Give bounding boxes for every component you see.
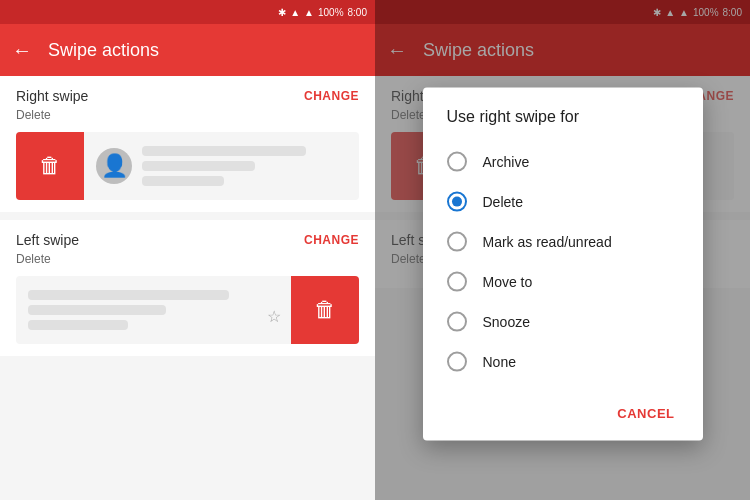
left-swipe-preview-content: ☆ bbox=[16, 282, 291, 338]
radio-snooze-label: Snooze bbox=[483, 314, 530, 330]
trash-icon-right: 🗑 bbox=[39, 153, 61, 179]
left-swipe-label: Left swipe bbox=[16, 232, 79, 248]
radio-options-list: Archive Delete Mark as read/unread Move … bbox=[423, 138, 703, 390]
top-bar-left: ← Swipe actions bbox=[0, 24, 375, 76]
option-mark[interactable]: Mark as read/unread bbox=[423, 222, 703, 262]
left-panel: ✱ ▲ ▲ 100% 8:00 ← Swipe actions Right sw… bbox=[0, 0, 375, 500]
dialog-actions: CANCEL bbox=[423, 390, 703, 441]
radio-snooze bbox=[447, 312, 467, 332]
radio-mark bbox=[447, 232, 467, 252]
text-line-1 bbox=[142, 146, 306, 156]
right-swipe-change-btn[interactable]: CHANGE bbox=[304, 89, 359, 103]
text-line-l2 bbox=[28, 305, 166, 315]
text-line-l3 bbox=[28, 320, 128, 330]
left-swipe-change-btn[interactable]: CHANGE bbox=[304, 233, 359, 247]
left-swipe-value: Delete bbox=[16, 252, 359, 266]
content-left: Right swipe CHANGE Delete 🗑 👤 bbox=[0, 76, 375, 500]
right-swipe-value: Delete bbox=[16, 108, 359, 122]
left-swipe-action-icon: 🗑 bbox=[291, 276, 359, 344]
trash-icon-left: 🗑 bbox=[314, 297, 336, 323]
wifi-icon: ▲ bbox=[290, 7, 300, 18]
radio-archive bbox=[447, 152, 467, 172]
person-icon: 👤 bbox=[101, 153, 128, 179]
signal-icon: ▲ bbox=[304, 7, 314, 18]
time-left: 8:00 bbox=[348, 7, 367, 18]
radio-move bbox=[447, 272, 467, 292]
page-title-left: Swipe actions bbox=[48, 40, 159, 61]
option-delete[interactable]: Delete bbox=[423, 182, 703, 222]
radio-archive-label: Archive bbox=[483, 154, 530, 170]
right-panel: ✱ ▲ ▲ 100% 8:00 ← Swipe actions Right sw… bbox=[375, 0, 750, 500]
left-swipe-header: Left swipe CHANGE bbox=[16, 232, 359, 248]
right-swipe-preview: 🗑 👤 bbox=[16, 132, 359, 200]
radio-delete bbox=[447, 192, 467, 212]
star-icon: ☆ bbox=[267, 307, 281, 326]
radio-move-label: Move to bbox=[483, 274, 533, 290]
preview-text-lines bbox=[142, 146, 347, 186]
radio-none-label: None bbox=[483, 354, 516, 370]
right-swipe-header: Right swipe CHANGE bbox=[16, 88, 359, 104]
option-archive[interactable]: Archive bbox=[423, 142, 703, 182]
bluetooth-icon: ✱ bbox=[278, 7, 286, 18]
battery-text: 100% bbox=[318, 7, 344, 18]
avatar: 👤 bbox=[96, 148, 132, 184]
text-line-l1 bbox=[28, 290, 229, 300]
radio-delete-inner bbox=[452, 197, 462, 207]
radio-none bbox=[447, 352, 467, 372]
right-swipe-preview-content: 👤 bbox=[84, 138, 359, 194]
right-swipe-label: Right swipe bbox=[16, 88, 88, 104]
radio-mark-label: Mark as read/unread bbox=[483, 234, 612, 250]
status-bar-left: ✱ ▲ ▲ 100% 8:00 bbox=[0, 0, 375, 24]
option-move[interactable]: Move to bbox=[423, 262, 703, 302]
swipe-options-dialog: Use right swipe for Archive Delete Mark … bbox=[423, 88, 703, 441]
right-swipe-section: Right swipe CHANGE Delete 🗑 👤 bbox=[0, 76, 375, 212]
dialog-title: Use right swipe for bbox=[423, 88, 703, 138]
text-line-3 bbox=[142, 176, 224, 186]
radio-delete-label: Delete bbox=[483, 194, 523, 210]
option-snooze[interactable]: Snooze bbox=[423, 302, 703, 342]
left-swipe-preview: ☆ 🗑 bbox=[16, 276, 359, 344]
cancel-button[interactable]: CANCEL bbox=[605, 398, 686, 429]
text-line-2 bbox=[142, 161, 255, 171]
right-swipe-action-icon: 🗑 bbox=[16, 132, 84, 200]
option-none[interactable]: None bbox=[423, 342, 703, 382]
back-arrow-left[interactable]: ← bbox=[12, 39, 32, 62]
left-swipe-section: Left swipe CHANGE Delete ☆ 🗑 bbox=[0, 220, 375, 356]
